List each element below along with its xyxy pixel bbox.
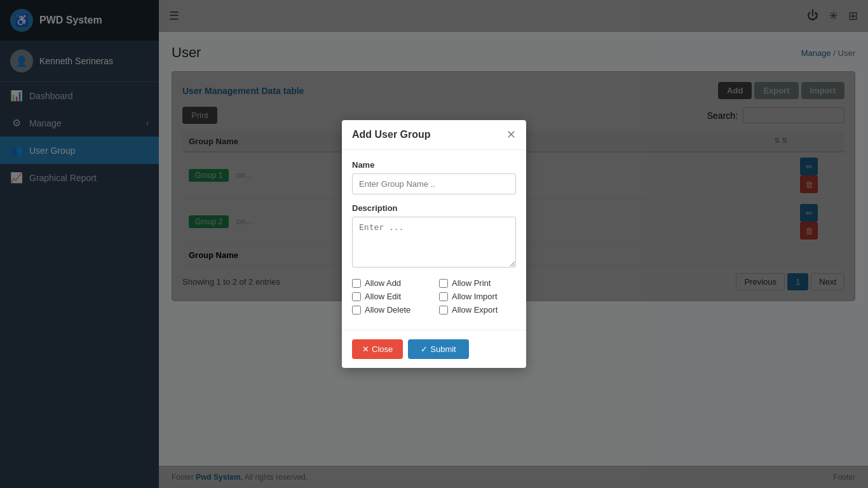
perm-allow-export: Allow Export [439,305,516,315]
allow-add-label: Allow Add [365,278,401,288]
submit-button[interactable]: ✓ Submit [408,339,468,359]
perm-allow-add: Allow Add [352,278,429,288]
perm-allow-import: Allow Import [439,292,516,301]
perm-allow-edit: Allow Edit [352,292,429,301]
allow-edit-label: Allow Edit [365,292,401,301]
perm-allow-delete: Allow Delete [352,305,429,315]
allow-import-checkbox[interactable] [439,292,448,301]
allow-delete-label: Allow Delete [365,305,410,315]
name-form-group: Name [352,160,516,194]
allow-print-checkbox[interactable] [439,279,448,288]
check-icon: ✓ [421,344,428,354]
desc-label: Description [352,203,516,213]
perm-allow-print: Allow Print [439,278,516,288]
close-button[interactable]: ✕ Close [352,339,403,359]
desc-form-group: Description [352,203,516,269]
permissions-grid: Allow Add Allow Print Allow Edit Allow I… [352,278,516,315]
allow-export-checkbox[interactable] [439,306,448,315]
modal-overlay: Add User Group ✕ Name Description Allow … [0,0,868,488]
close-label: Close [372,344,393,354]
allow-edit-checkbox[interactable] [352,292,361,301]
allow-print-label: Allow Print [452,278,491,288]
x-icon: ✕ [362,344,369,354]
modal-header: Add User Group ✕ [342,120,526,150]
allow-add-checkbox[interactable] [352,279,361,288]
allow-import-label: Allow Import [452,292,498,301]
modal-footer: ✕ Close ✓ Submit [342,330,526,368]
group-name-input[interactable] [352,173,516,194]
allow-export-label: Allow Export [452,305,498,315]
add-user-group-modal: Add User Group ✕ Name Description Allow … [342,120,526,368]
modal-title: Add User Group [352,129,431,140]
name-label: Name [352,160,516,170]
submit-label: Submit [430,344,456,354]
allow-delete-checkbox[interactable] [352,306,361,315]
modal-close-x-button[interactable]: ✕ [506,129,516,140]
modal-body: Name Description Allow Add Allow Print [342,150,526,330]
desc-textarea[interactable] [352,217,516,268]
